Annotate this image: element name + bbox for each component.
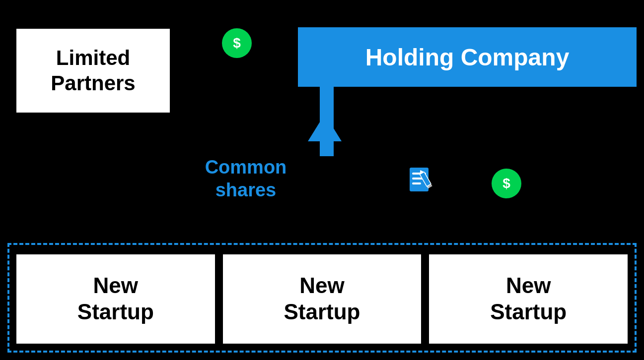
svg-rect-3 — [412, 182, 421, 184]
startup-label-3: NewStartup — [490, 273, 567, 325]
limited-partners-label: LimitedPartners — [51, 46, 135, 96]
holding-company-box: Holding Company — [298, 27, 637, 87]
holding-company-label: Holding Company — [365, 44, 570, 71]
startup-label-2: NewStartup — [284, 273, 360, 325]
dollar-icon-right: $ — [502, 176, 510, 191]
startup-box-3: NewStartup — [428, 253, 629, 345]
diagram-container: Holding Company LimitedPartners $ Common… — [0, 0, 644, 360]
startup-boxes-container: NewStartup NewStartup NewStartup — [12, 250, 632, 348]
dollar-bubble-right: $ — [492, 169, 521, 198]
limited-partners-box: LimitedPartners — [15, 27, 171, 114]
dollar-icon-top: $ — [233, 35, 241, 51]
arrow-head — [308, 114, 342, 141]
startup-box-2: NewStartup — [221, 253, 423, 345]
edit-icon — [407, 163, 439, 195]
dollar-bubble-top: $ — [222, 28, 252, 58]
startup-label-1: NewStartup — [77, 273, 154, 325]
startup-box-1: NewStartup — [15, 253, 216, 345]
common-shares-label: Common shares — [196, 156, 295, 201]
